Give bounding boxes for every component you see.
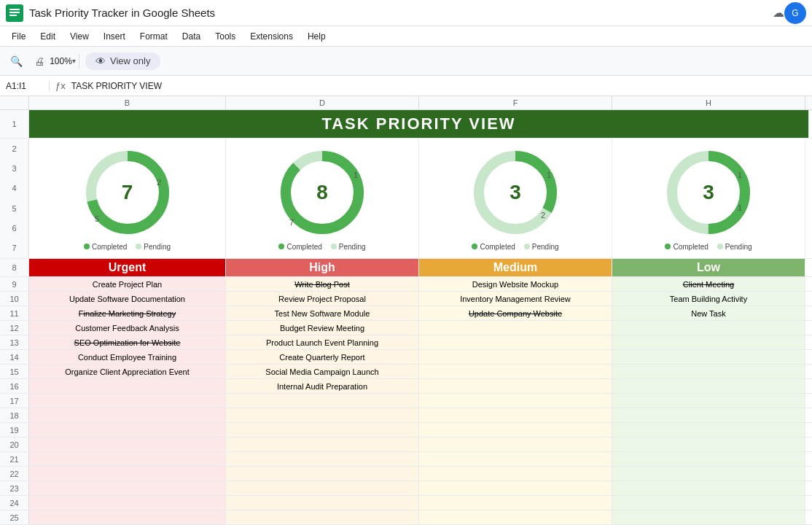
svg-text:1: 1	[354, 171, 358, 179]
view-only-button[interactable]: 👁 View only	[85, 52, 160, 70]
row-num-14: 14	[0, 350, 29, 364]
row-20: 20	[0, 438, 812, 452]
medium-task-cell	[419, 481, 612, 495]
donut-medium: 1 2 3	[468, 145, 563, 240]
urgent-task-cell	[29, 496, 226, 510]
urgent-task-cell	[29, 379, 226, 393]
row-23: 23	[0, 481, 812, 496]
donut-high: 7 1 8	[275, 145, 370, 240]
chart-low-legend: Completed Pending	[665, 243, 752, 251]
row-num-21: 21	[0, 452, 29, 466]
urgent-task-cell	[29, 408, 226, 422]
low-task-cell	[612, 379, 805, 393]
low-task-cell	[612, 335, 805, 349]
high-task-cell	[226, 510, 419, 524]
svg-text:2: 2	[541, 211, 545, 219]
svg-rect-1	[9, 9, 20, 10]
high-task-cell	[226, 438, 419, 451]
row-num-chart: 234567	[0, 139, 29, 258]
menu-file[interactable]: File	[6, 30, 31, 43]
search-button[interactable]: 🔍	[6, 51, 26, 71]
toolbar-separator	[79, 54, 79, 69]
medium-task-cell	[419, 423, 612, 437]
urgent-task-cell: Finalize Marketing Strategy	[29, 306, 226, 320]
cloud-icon: ☁	[773, 6, 784, 20]
menu-view[interactable]: View	[64, 30, 95, 43]
high-header: High	[226, 259, 419, 276]
urgent-task-cell: Update Software Documentation	[29, 292, 226, 306]
data-rows: 9Create Project PlanWrite Blog PostDesig…	[0, 277, 812, 525]
urgent-task-cell	[29, 438, 226, 451]
low-task-cell	[612, 365, 805, 378]
svg-text:1: 1	[547, 171, 551, 179]
row-10: 10Update Software DocumentationReview Pr…	[0, 292, 812, 306]
low-task-cell	[612, 496, 805, 510]
row-14: 14Conduct Employee TrainingCreate Quarte…	[0, 350, 812, 365]
user-avatar[interactable]: G	[784, 2, 806, 24]
high-task-cell: Create Quarterly Report	[226, 350, 419, 364]
chart-low-total: 3	[703, 181, 714, 204]
medium-task-cell	[419, 452, 612, 466]
row-num-10: 10	[0, 292, 29, 306]
medium-task-cell	[419, 496, 612, 510]
menu-help[interactable]: Help	[302, 30, 332, 43]
low-header: Low	[612, 259, 805, 276]
low-task-cell	[612, 321, 805, 335]
urgent-task-cell	[29, 394, 226, 408]
low-task-cell	[612, 423, 805, 437]
urgent-task-cell: Create Project Plan	[29, 277, 226, 291]
row-num-19: 19	[0, 423, 29, 437]
column-headers: B D F H	[0, 96, 812, 110]
medium-header: Medium	[419, 259, 612, 276]
high-task-cell: Budget Review Meeting	[226, 321, 419, 335]
col-header-h: H	[612, 96, 805, 109]
doc-title: Task Priority Tracker in Google Sheets	[29, 7, 767, 19]
menu-edit[interactable]: Edit	[34, 30, 61, 43]
toolbar: 🔍 🖨 100% ▾ 👁 View only	[0, 47, 812, 76]
menu-insert[interactable]: Insert	[98, 30, 131, 43]
svg-rect-2	[9, 12, 20, 13]
svg-text:2: 2	[157, 178, 161, 187]
urgent-task-cell: Conduct Employee Training	[29, 350, 226, 364]
row-num-13: 13	[0, 335, 29, 349]
formula-content: TASK PRIORITY VIEW	[71, 81, 162, 91]
high-task-cell	[226, 467, 419, 481]
formula-icon: ƒx	[55, 80, 66, 91]
title-cell: TASK PRIORITY VIEW	[29, 110, 809, 138]
svg-text:1: 1	[738, 203, 742, 212]
view-only-label: View only	[110, 55, 150, 66]
chart-high: 7 1 8 Completed Pending	[226, 139, 419, 258]
menu-extensions[interactable]: Extensions	[244, 30, 299, 43]
row-1: 1 TASK PRIORITY VIEW	[0, 110, 812, 139]
medium-task-cell	[419, 408, 612, 422]
high-task-cell	[226, 481, 419, 495]
medium-task-cell: Design Website Mockup	[419, 277, 612, 291]
row-num-18: 18	[0, 408, 29, 422]
low-task-cell	[612, 510, 805, 524]
row-17: 17	[0, 394, 812, 408]
row-num-15: 15	[0, 365, 29, 378]
svg-text:7: 7	[289, 218, 294, 227]
medium-task-cell	[419, 379, 612, 393]
medium-task-cell: Inventory Management Review	[419, 292, 612, 306]
low-task-cell	[612, 408, 805, 422]
row-num-9: 9	[0, 277, 29, 291]
cell-reference[interactable]: A1:I1	[6, 81, 50, 91]
menu-data[interactable]: Data	[176, 30, 206, 43]
row-num-11: 11	[0, 306, 29, 320]
menu-format[interactable]: Format	[134, 30, 173, 43]
row-num-16: 16	[0, 379, 29, 393]
row-chart: 234567 5 2 7 Completed Pending	[0, 139, 812, 259]
high-task-cell	[226, 452, 419, 466]
low-task-cell	[612, 350, 805, 364]
menu-tools[interactable]: Tools	[209, 30, 241, 43]
medium-task-cell	[419, 467, 612, 481]
high-task-cell	[226, 394, 419, 408]
low-task-cell	[612, 467, 805, 481]
urgent-task-cell	[29, 452, 226, 466]
low-task-cell	[612, 452, 805, 466]
row-num-23: 23	[0, 481, 29, 495]
zoom-dropdown[interactable]: 100% ▾	[52, 51, 73, 71]
print-button[interactable]: 🖨	[29, 51, 50, 71]
zoom-level: 100%	[50, 56, 72, 66]
